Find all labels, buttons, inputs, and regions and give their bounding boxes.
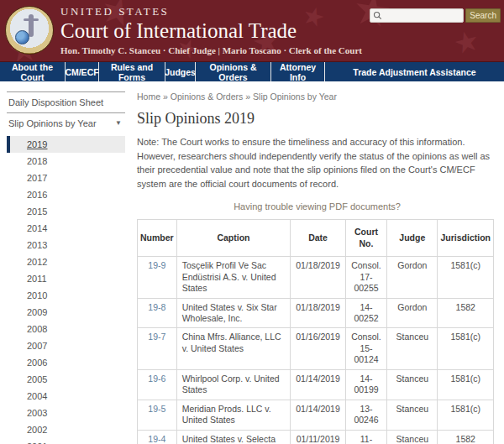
sidebar-year-2018[interactable]: 2018 [7,153,125,170]
court-seal-logo [5,6,54,55]
case-caption: Tosçelik Profil Ve Sac Endüstrisi A.S. v… [182,260,286,294]
sidebar-year-2003[interactable]: 2003 [7,405,125,421]
sidebar-year-2002[interactable]: 2002 [7,421,125,438]
case-court-no: 14-00252 [345,298,386,328]
table-row-19-8: 19-8United States v. Six Star Wholesale,… [138,298,494,328]
sidebar-year-2006[interactable]: 2006 [7,354,125,371]
nav-item-attorney-info[interactable]: Attorney Info [271,62,325,81]
content-area: Daily Disposition Sheet Slip Opinions by… [0,81,504,444]
breadcrumb-opinions-orders[interactable]: Opinions & Orders [171,91,243,102]
case-jurisdiction: 1582 [438,430,494,444]
case-caption: China Mfrs. Alliance, LLC v. United Stat… [182,332,286,354]
sidebar-year-2014[interactable]: 2014 [7,220,125,237]
table-row-19-5: 19-5Meridian Prods. LLC v. United States… [138,400,494,430]
col-header-number: Number [138,220,177,257]
col-header-court-no: Court No. [345,220,386,257]
case-number-link[interactable]: 19-4 [148,434,165,444]
col-header-jurisdiction: Jurisdiction [438,220,494,257]
sidebar-year-2013[interactable]: 2013 [7,237,125,253]
case-court-no: 14-00199 [345,369,386,400]
search-button[interactable]: Search [465,8,501,23]
table-header-row: Number Caption Date Court No. Judge Juri… [138,220,494,257]
search-box[interactable] [370,8,464,23]
breadcrumb: Home»Opinions & Orders»Slip Opinions by … [137,91,497,102]
case-judge: Gordon [387,257,438,298]
sidebar-year-2009[interactable]: 2009 [7,304,125,321]
sidebar-year-2001[interactable]: 2001 [7,438,125,444]
opinions-table: Number Caption Date Court No. Judge Juri… [137,219,494,444]
case-judge: Stanceu [387,430,438,444]
case-date: 01/11/2019 [291,430,346,444]
case-caption: Meridian Prods. LLC v. United States [182,404,286,426]
case-court-no: 11-00089 [345,430,386,444]
year-list: 2019201820172016201520142013201220112010… [7,136,125,444]
search-input[interactable] [382,11,458,20]
chevron-down-icon: ▼ [115,119,122,127]
nav-item-cm-ecf[interactable]: CM/ECF [66,62,99,81]
nav-item-trade-adjustment-assistance[interactable]: Trade Adjustment Assistance [325,62,504,81]
case-judge: Stanceu [387,400,438,430]
sidebar-item-slip-opinions-by-year[interactable]: Slip Opinions by Year ▼ [7,112,125,133]
case-number-link[interactable]: 19-8 [148,302,165,312]
case-number-link[interactable]: 19-9 [148,260,165,270]
opinions-table-body: 19-9Tosçelik Profil Ve Sac Endüstrisi A.… [138,257,494,444]
sidebar: Daily Disposition Sheet Slip Opinions by… [0,81,129,444]
sidebar-year-2008[interactable]: 2008 [7,321,125,337]
note-text: Note: The Court works to ensure the time… [137,135,497,191]
globe-icon [15,30,29,44]
search-area: Search [370,8,501,23]
table-row-19-7: 19-7China Mfrs. Alliance, LLC v. United … [138,328,494,369]
breadcrumb-slip-opinions-by-year: Slip Opinions by Year [253,91,337,102]
nav-item-opinions-orders[interactable]: Opinions & Orders [196,62,271,81]
case-court-no: Consol. 17-00255 [345,257,386,298]
sidebar-year-2017[interactable]: 2017 [7,170,125,186]
star-decoration [450,23,483,61]
table-row-19-6: 19-6Whirlpool Corp. v. United States01/1… [138,369,494,400]
pdf-help-wrap: Having trouble viewing PDF documents? [137,198,497,213]
case-number-link[interactable]: 19-7 [148,332,165,342]
case-date: 01/18/2019 [291,298,346,328]
case-caption: United States v. Selecta Corp., LLC [182,434,286,444]
sidebar-year-2005[interactable]: 2005 [7,371,125,388]
case-court-no: Consol. 15-00124 [345,328,386,369]
sidebar-year-2007[interactable]: 2007 [7,337,125,354]
case-jurisdiction: 1581(c) [438,257,494,298]
nav-item-about-the-court[interactable]: About the Court [0,62,66,81]
sidebar-year-2011[interactable]: 2011 [7,270,125,287]
table-row-19-9: 19-9Tosçelik Profil Ve Sac Endüstrisi A.… [138,257,494,298]
breadcrumb-separator: » [163,91,168,102]
case-date: 01/14/2019 [291,400,346,430]
sidebar-year-2004[interactable]: 2004 [7,388,125,405]
case-date: 01/14/2019 [291,369,346,400]
case-caption: United States v. Six Star Wholesale, Inc… [182,302,286,325]
table-row-19-4: 19-4United States v. Selecta Corp., LLC0… [138,430,494,444]
case-court-no: 13-00246 [345,400,386,430]
main-panel: Home»Opinions & Orders»Slip Opinions by … [129,81,504,444]
header-eyebrow: UNITED STATES [60,5,362,18]
pdf-help-link[interactable]: Having trouble viewing PDF documents? [234,201,401,212]
sidebar-year-2012[interactable]: 2012 [7,253,125,270]
case-jurisdiction: 1582 [438,298,494,328]
sidebar-year-2019[interactable]: 2019 [7,136,125,153]
col-header-caption: Caption [176,220,291,257]
case-jurisdiction: 1581(c) [438,369,494,400]
main-nav: About the CourtCM/ECFRules and FormsJudg… [0,61,504,81]
sidebar-year-2015[interactable]: 2015 [7,203,125,220]
case-number-link[interactable]: 19-5 [148,404,165,414]
sidebar-year-2016[interactable]: 2016 [7,186,125,203]
case-date: 01/16/2019 [291,328,346,369]
col-header-date: Date [291,220,346,257]
case-jurisdiction: 1581(c) [438,328,494,369]
case-judge: Gordon [387,298,438,328]
header-text: UNITED STATES Court of International Tra… [60,5,362,55]
nav-item-rules-and-forms[interactable]: Rules and Forms [99,62,165,81]
sidebar-year-2010[interactable]: 2010 [7,287,125,304]
sidebar-item-daily-disposition-sheet[interactable]: Daily Disposition Sheet [7,91,125,112]
col-header-judge: Judge [387,220,438,257]
nav-item-judges[interactable]: Judges [165,62,196,81]
lady-justice-figure [24,18,39,21]
case-number-link[interactable]: 19-6 [148,373,165,384]
site-header: UNITED STATES Court of International Tra… [0,0,504,61]
breadcrumb-home[interactable]: Home [137,91,160,102]
search-icon [373,11,382,20]
